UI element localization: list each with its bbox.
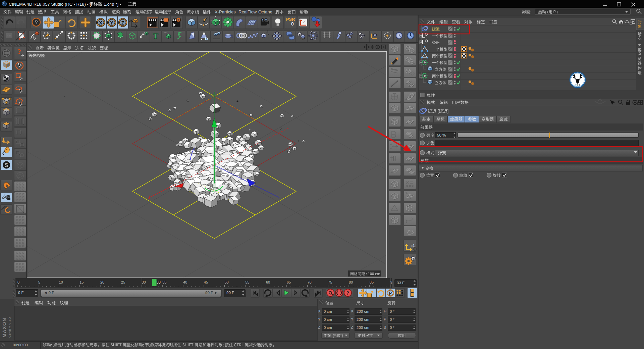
svg-text:65: 65 (287, 280, 291, 284)
svg-text:55: 55 (245, 280, 249, 284)
svg-text:35: 35 (162, 280, 166, 284)
svg-text:85: 85 (370, 280, 374, 284)
svg-text:0: 0 (17, 280, 19, 284)
svg-text:20: 20 (100, 280, 104, 284)
svg-text:75: 75 (328, 280, 332, 284)
svg-text:80: 80 (349, 280, 353, 284)
svg-text:40: 40 (183, 280, 187, 284)
svg-text:70: 70 (308, 280, 312, 284)
svg-text:25: 25 (121, 280, 125, 284)
svg-text:60: 60 (266, 280, 270, 284)
svg-text:30: 30 (142, 280, 146, 284)
svg-text:10: 10 (59, 280, 63, 284)
svg-text:45: 45 (204, 280, 208, 284)
svg-text:15: 15 (79, 280, 84, 284)
svg-text:5: 5 (38, 280, 40, 284)
svg-text:50: 50 (225, 280, 229, 284)
svg-text:33: 33 (157, 280, 161, 284)
